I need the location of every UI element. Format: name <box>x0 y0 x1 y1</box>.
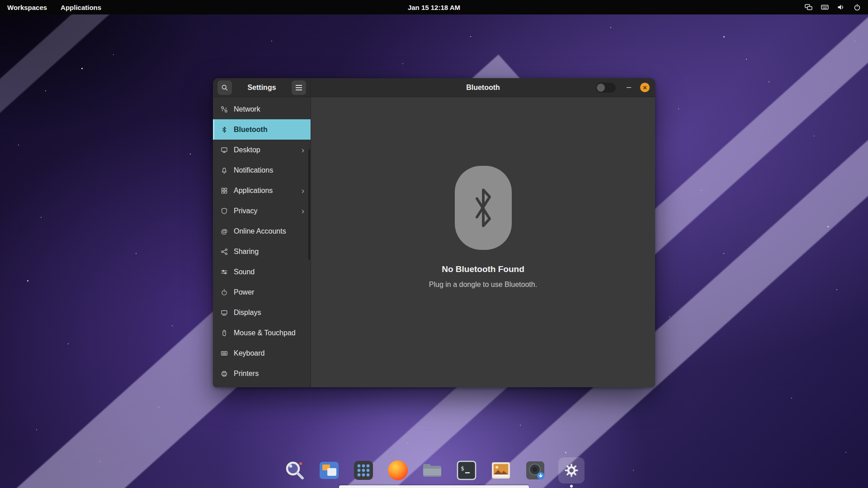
sidebar-item-sound[interactable]: Sound <box>213 262 311 282</box>
sound-icon <box>220 268 228 276</box>
close-button[interactable]: × <box>640 83 650 92</box>
bluetooth-icon <box>220 126 228 134</box>
dock-item-image-viewer[interactable] <box>490 459 512 482</box>
power-icon[interactable] <box>853 3 862 12</box>
dock-item-windows[interactable] <box>318 459 340 482</box>
dock-item-app-grid[interactable] <box>352 459 375 482</box>
magnifier-app-icon <box>284 460 305 481</box>
dock-item-firefox[interactable] <box>387 459 409 482</box>
dock-item-files[interactable] <box>421 459 443 482</box>
sidebar-item-mouse-touchpad[interactable]: Mouse & Touchpad <box>213 323 311 343</box>
sidebar-item-applications[interactable]: Applications › <box>213 180 311 201</box>
app-grid-icon <box>353 460 374 481</box>
applications-icon <box>220 187 228 195</box>
terminal-icon: $ <box>456 460 477 481</box>
minimize-button[interactable]: – <box>623 82 635 94</box>
printers-icon <box>220 370 228 378</box>
privacy-icon <box>220 207 228 215</box>
magnifier-icon <box>221 84 228 91</box>
bluetooth-toggle[interactable] <box>596 83 616 93</box>
empty-state-subtitle: Plug in a dongle to use Bluetooth. <box>429 281 537 289</box>
dock-item-terminal[interactable]: $ <box>455 459 478 482</box>
bluetooth-panel: No Bluetooth Found Plug in a dongle to u… <box>311 97 655 387</box>
primary-menu-button[interactable] <box>292 80 306 95</box>
clock[interactable]: Jan 15 12:18 AM <box>0 4 868 11</box>
svg-text:$: $ <box>461 465 464 472</box>
sidebar-item-keyboard[interactable]: Keyboard <box>213 343 311 363</box>
settings-window: Settings Bluetooth – × Network Bluetooth <box>213 78 655 387</box>
search-button[interactable] <box>217 80 232 95</box>
sidebar-scrollbar[interactable] <box>308 149 310 260</box>
dock-item-software-updates[interactable] <box>524 459 547 482</box>
bluetooth-logo <box>455 166 512 250</box>
bluetooth-rune-icon <box>469 184 498 231</box>
empty-state-title: No Bluetooth Found <box>442 264 524 274</box>
toggle-knob <box>597 84 605 92</box>
windows-app-icon <box>319 460 340 481</box>
keyboard-icon <box>220 349 228 357</box>
sidebar-item-privacy[interactable]: Privacy › <box>213 201 311 221</box>
chevron-right-icon: › <box>302 187 304 195</box>
firefox-icon <box>388 460 408 480</box>
sidebar-item-notifications[interactable]: Notifications <box>213 160 311 180</box>
dock-item-settings[interactable] <box>558 457 585 483</box>
bottom-window-peek[interactable] <box>339 485 529 488</box>
chevron-right-icon: › <box>302 207 304 215</box>
sidebar-item-network[interactable]: Network <box>213 99 311 119</box>
file-manager-icon <box>422 460 443 481</box>
power-icon <box>220 288 228 296</box>
sidebar-item-sharing[interactable]: Sharing <box>213 241 311 262</box>
titlebar[interactable]: Settings Bluetooth – × <box>213 78 655 97</box>
software-updates-icon <box>525 460 546 481</box>
keyboard-layout-icon[interactable] <box>820 3 829 12</box>
sidebar-item-power[interactable]: Power <box>213 282 311 302</box>
notifications-icon <box>220 166 228 174</box>
sidebar-item-online-accounts[interactable]: @ Online Accounts <box>213 221 311 241</box>
settings-sidebar: Network Bluetooth Desktop › Notification… <box>213 97 311 387</box>
sidebar-item-printers[interactable]: Printers <box>213 363 311 384</box>
image-viewer-icon <box>491 460 511 481</box>
displays-icon <box>220 309 228 317</box>
network-icon <box>220 105 228 113</box>
sidebar-item-desktop[interactable]: Desktop › <box>213 140 311 160</box>
displays-icon[interactable] <box>804 3 813 12</box>
sidebar-item-bluetooth[interactable]: Bluetooth <box>213 119 311 140</box>
sharing-icon <box>220 248 228 256</box>
desktop-icon <box>220 146 228 154</box>
top-panel: Workspaces Applications Jan 15 12:18 AM <box>0 0 868 14</box>
mouse-icon <box>220 329 228 337</box>
volume-icon[interactable] <box>836 3 845 12</box>
online-accounts-icon: @ <box>220 227 228 235</box>
dock: $ <box>0 457 868 483</box>
hamburger-icon <box>296 87 302 88</box>
chevron-right-icon: › <box>302 146 304 154</box>
running-indicator-dot <box>570 485 573 488</box>
sidebar-item-displays[interactable]: Displays <box>213 302 311 323</box>
dock-item-magnifier[interactable] <box>283 459 306 482</box>
settings-gear-icon <box>564 463 579 478</box>
